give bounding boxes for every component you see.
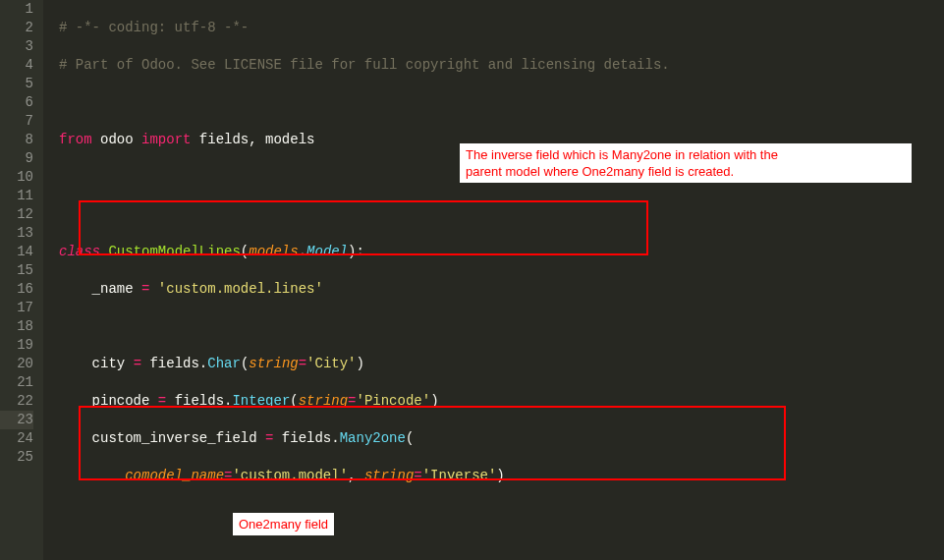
string: 'City' (306, 356, 356, 371)
line-number: 17 (0, 299, 33, 317)
line-number: 9 (0, 149, 33, 168)
line-number: 23 (0, 411, 33, 429)
line-number: 25 (0, 448, 33, 467)
comment: # -*- coding: utf-8 -*- (59, 20, 249, 35)
kwarg: string (364, 468, 414, 483)
keyword-import: import (141, 132, 191, 147)
line-number: 5 (0, 75, 33, 93)
line-number: 10 (0, 168, 33, 187)
comment: # Part of Odoo. See LICENSE file for ful… (59, 57, 670, 73)
line-number: 1 (0, 0, 33, 19)
callout-one2many: One2many field (233, 513, 334, 535)
class-name: CustomModelLines (108, 244, 240, 259)
import-names: fields, models (199, 132, 315, 147)
line-number: 3 (0, 37, 33, 56)
line-number: 8 (0, 131, 33, 149)
line-number: 18 (0, 317, 33, 336)
code-line[interactable]: custom_inverse_field = fields.Many2one( (59, 429, 678, 448)
line-number: 6 (0, 93, 33, 112)
string: 'Pincode' (357, 393, 431, 409)
keyword-class: class (59, 244, 100, 259)
callout-text: One2many field (239, 517, 328, 532)
line-number: 4 (0, 56, 33, 75)
code-line[interactable]: class CustomModelLines(models.Model): (59, 243, 678, 261)
attr-name: pincode (92, 393, 150, 409)
code-editor[interactable]: 1 2 3 4 5 6 7 8 9 10 11 12 13 14 15 16 1… (0, 0, 944, 560)
code-line[interactable] (59, 205, 678, 224)
line-number: 2 (0, 19, 33, 37)
kwarg: string (299, 393, 348, 409)
callout-inverse-field: The inverse field which is Many2one in r… (460, 143, 912, 183)
code-line[interactable]: # -*- coding: utf-8 -*- (59, 19, 678, 37)
keyword-from: from (59, 132, 92, 147)
line-number: 15 (0, 261, 33, 280)
line-number: 12 (0, 205, 33, 224)
line-number: 22 (0, 392, 33, 411)
module-name: odoo (100, 132, 134, 147)
operator-eq: = (141, 281, 149, 297)
attr-name: city (92, 356, 126, 371)
field-type: Integer (232, 393, 290, 409)
callout-text: The inverse field which is Many2one in r… (466, 146, 906, 163)
kwarg: comodel_name (125, 468, 224, 483)
code-line[interactable]: # Part of Odoo. See LICENSE file for ful… (59, 56, 678, 75)
base-class: Model (306, 244, 348, 259)
base-module: models (249, 244, 298, 259)
line-number: 7 (0, 112, 33, 131)
code-line[interactable]: comodel_name='custom.model', string='Inv… (59, 467, 678, 485)
callout-text: parent model where One2many field is cre… (466, 163, 906, 180)
code-line[interactable] (59, 317, 678, 336)
line-number: 11 (0, 187, 33, 205)
string: 'custom.model.lines' (158, 281, 323, 297)
code-line[interactable] (59, 93, 678, 112)
attr-name: _name (92, 281, 134, 297)
code-line[interactable]: pincode = fields.Integer(string='Pincode… (59, 392, 678, 411)
line-number: 14 (0, 243, 33, 261)
line-number: 20 (0, 355, 33, 373)
line-number: 13 (0, 224, 33, 243)
code-line[interactable]: city = fields.Char(string='City') (59, 355, 678, 373)
kwarg: string (249, 356, 298, 371)
field-type: Char (207, 356, 241, 371)
code-line[interactable] (59, 504, 678, 523)
string: 'custom.model' (232, 468, 348, 483)
line-number: 21 (0, 373, 33, 392)
code-line[interactable] (59, 541, 678, 560)
code-area[interactable]: # -*- coding: utf-8 -*- # Part of Odoo. … (43, 0, 678, 560)
code-line[interactable]: _name = 'custom.model.lines' (59, 280, 678, 299)
string: 'Inverse' (422, 468, 497, 483)
line-number: 24 (0, 429, 33, 448)
field-type: Many2one (340, 430, 406, 446)
line-number: 16 (0, 280, 33, 299)
attr-name: custom_inverse_field (92, 430, 257, 446)
line-number: 19 (0, 336, 33, 355)
line-number-gutter: 1 2 3 4 5 6 7 8 9 10 11 12 13 14 15 16 1… (0, 0, 43, 560)
